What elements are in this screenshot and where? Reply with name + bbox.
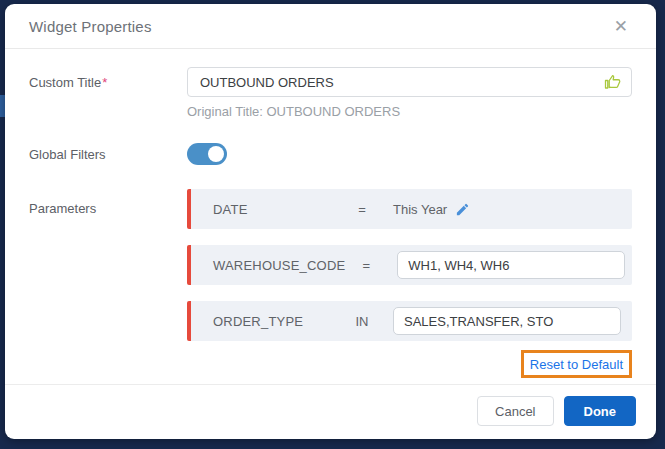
parameter-name: WAREHOUSE_CODE: [191, 258, 345, 273]
warehouse-code-input[interactable]: [397, 251, 625, 279]
global-filters-toggle[interactable]: [187, 143, 227, 165]
parameter-row-warehouse-code: WAREHOUSE_CODE =: [187, 245, 632, 285]
toggle-knob: [208, 146, 224, 162]
parameters-list: DATE = This Year WAREHOUSE_CODE =: [187, 189, 632, 378]
parameters-section: Parameters DATE = This Year WAREHOUSE_CO…: [29, 189, 632, 378]
parameter-value: This Year: [393, 202, 447, 217]
original-title-text: Original Title: OUTBOUND ORDERS: [187, 104, 632, 119]
parameter-name: DATE: [191, 202, 341, 217]
annotation-highlight-box: Reset to Default: [521, 350, 632, 378]
widget-properties-dialog: Widget Properties ✕ Custom Title* Origin…: [5, 4, 656, 439]
custom-title-label: Custom Title*: [29, 67, 187, 90]
parameter-operator: =: [345, 258, 387, 273]
dialog-header: Widget Properties ✕: [5, 4, 656, 49]
parameter-operator: =: [341, 202, 383, 217]
dialog-title: Widget Properties: [29, 18, 152, 35]
reset-to-default-link[interactable]: Reset to Default: [530, 357, 623, 372]
global-filters-row: Global Filters: [29, 143, 632, 165]
close-icon[interactable]: ✕: [610, 16, 632, 37]
parameter-name: ORDER_TYPE: [191, 314, 341, 329]
dialog-footer: Cancel Done: [5, 384, 656, 439]
parameters-label: Parameters: [29, 189, 187, 216]
parameter-row-date: DATE = This Year: [187, 189, 632, 229]
custom-title-input[interactable]: [187, 67, 632, 97]
custom-title-row: Custom Title* Original Title: OUTBOUND O…: [29, 67, 632, 119]
dialog-body: Custom Title* Original Title: OUTBOUND O…: [5, 49, 656, 384]
reset-row: Reset to Default: [187, 350, 632, 378]
done-button[interactable]: Done: [564, 396, 637, 426]
global-filters-label: Global Filters: [29, 147, 187, 162]
order-type-input[interactable]: [393, 307, 621, 335]
edit-pencil-icon[interactable]: [455, 202, 470, 217]
required-asterisk: *: [102, 75, 107, 90]
cancel-button[interactable]: Cancel: [477, 396, 553, 426]
parameter-row-order-type: ORDER_TYPE IN: [187, 301, 632, 341]
thumbs-up-icon: [604, 73, 622, 91]
parameter-operator: IN: [341, 314, 383, 329]
